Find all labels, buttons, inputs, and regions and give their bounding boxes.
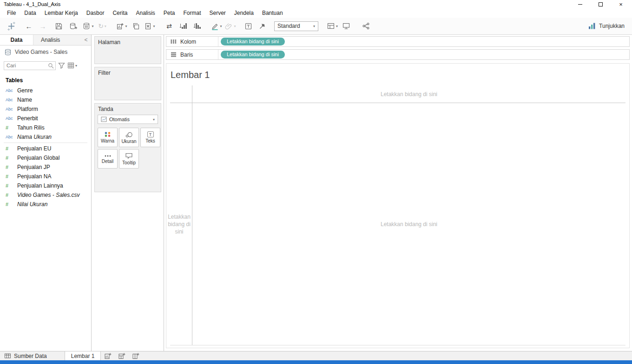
toolbar: ← → ▾ ↻ ▾ [0, 18, 632, 35]
grid-view-icon [67, 62, 74, 69]
menu-peta[interactable]: Peta [159, 8, 179, 18]
redo-button[interactable]: → [37, 20, 48, 32]
menu-file[interactable]: File [3, 8, 20, 18]
new-worksheet-tab-button[interactable] [101, 351, 115, 360]
view-options-button[interactable]: ▾ [67, 62, 77, 69]
columns-shelf[interactable]: Kolom Letakkan bidang di sini [166, 36, 630, 47]
save-icon [55, 22, 63, 30]
pause-updates-button[interactable]: ▾ [83, 20, 94, 32]
marks-size-label: Ukuran [121, 139, 136, 144]
sheet-tab-lembar-1[interactable]: Lembar 1 [65, 351, 101, 360]
field-row-name[interactable]: Abc Name [0, 95, 91, 104]
show-me-label: Tunjukkan [599, 23, 625, 29]
minimize-button[interactable] [576, 1, 584, 8]
sort-descending-button[interactable] [191, 20, 203, 32]
sort-ascending-button[interactable] [178, 20, 189, 32]
pages-card[interactable]: Halaman [94, 36, 161, 64]
undo-button[interactable]: ← [23, 20, 34, 32]
field-row-penjualan-lainnya[interactable]: # Penjualan Lainnya [0, 181, 91, 190]
menu-format[interactable]: Format [179, 8, 205, 18]
marks-size-button[interactable]: Ukuran [119, 128, 139, 147]
view-options-caret-icon: ▾ [75, 64, 77, 68]
tableau-logo-icon [7, 21, 16, 31]
datasource-tab[interactable]: Sumber Data [0, 351, 52, 360]
field-row-penjualan-eu[interactable]: # Penjualan EU [0, 144, 91, 153]
menu-dasbor[interactable]: Dasbor [82, 8, 109, 18]
show-mark-labels-button[interactable] [243, 20, 254, 32]
field-row-penjualan-jp[interactable]: # Penjualan JP [0, 162, 91, 172]
close-button[interactable]: × [617, 1, 625, 8]
filters-card[interactable]: Filter [94, 67, 161, 100]
save-button[interactable] [53, 20, 64, 32]
tab-data[interactable]: Data [0, 35, 33, 45]
field-label: Penjualan NA [17, 173, 51, 180]
field-row-penerbit[interactable]: Abc Penerbit [0, 114, 91, 123]
fit-selector-value: Standard [277, 23, 300, 29]
funnel-icon [58, 62, 65, 69]
menu-cerita[interactable]: Cerita [108, 8, 132, 18]
fit-selector-caret-icon: ▾ [313, 24, 315, 28]
field-row-nilai-ukuran[interactable]: # Nilai Ukuran [0, 200, 91, 209]
fix-axes-button[interactable] [257, 20, 268, 32]
columns-drop-zone[interactable]: Letakkan bidang di sini [192, 85, 625, 103]
filter-fields-button[interactable] [58, 62, 65, 69]
number-field-icon: # [6, 174, 16, 179]
menu-server[interactable]: Server [205, 8, 230, 18]
new-datasource-button[interactable] [68, 20, 79, 32]
rows-shelf[interactable]: Baris Letakkan bidang di sini [166, 49, 630, 60]
share-workbook-button[interactable] [360, 20, 371, 32]
new-dashboard-tab-button[interactable] [115, 351, 129, 360]
worksheet-canvas[interactable]: Lembar 1 Letakkan bidang di sini Letakka… [166, 63, 630, 348]
fix-axes-pin-icon [258, 22, 266, 30]
field-row-penjualan-na[interactable]: # Penjualan NA [0, 172, 91, 181]
highlight-icon [211, 22, 219, 30]
menu-jendela[interactable]: Jendela [230, 8, 258, 18]
field-row-tahun-rilis[interactable]: # Tahun Rilis [0, 123, 91, 132]
menu-analisis[interactable]: Analisis [132, 8, 159, 18]
run-update-button[interactable]: ↻ ▾ [97, 20, 108, 32]
chart-type-icon [101, 117, 107, 122]
color-icon [104, 131, 111, 137]
field-row-count[interactable]: # Video Games - Sales.csv [0, 190, 91, 200]
marks-tooltip-button[interactable]: Tooltip [119, 149, 139, 169]
clear-sheet-button[interactable]: ▾ [144, 20, 155, 32]
marks-card[interactable]: Tanda Otomatis ▾ [94, 103, 161, 192]
tab-analytics[interactable]: Analisis [33, 35, 81, 45]
duplicate-button[interactable] [130, 20, 141, 32]
new-story-tab-button[interactable] [129, 351, 143, 360]
fit-selector[interactable]: Standard ▾ [274, 21, 318, 31]
datasource-item[interactable]: Video Games - Sales [0, 46, 91, 58]
search-input[interactable] [4, 63, 48, 68]
marks-color-button[interactable]: Warna [98, 128, 118, 147]
marks-text-button[interactable]: T Teks [140, 128, 160, 147]
show-hide-cards-button[interactable]: ▾ [327, 20, 338, 32]
search-box[interactable] [4, 61, 56, 70]
field-row-platform[interactable]: Abc Platform [0, 104, 91, 114]
rows-drop-zone[interactable]: Letakkan bidang di sini [166, 103, 192, 345]
field-row-nama-ukuran[interactable]: Abc Nama Ukuran [0, 132, 91, 142]
menu-data[interactable]: Data [20, 8, 40, 18]
swap-axes-button[interactable]: ⇄ [164, 20, 175, 32]
new-worksheet-button[interactable]: ▾ [116, 20, 127, 32]
group-members-button[interactable]: ▾ [225, 20, 236, 32]
sheet-tab-label: Lembar 1 [71, 353, 95, 359]
menu-lembar-kerja[interactable]: Lembar Kerja [40, 8, 82, 18]
pane-drop-zone[interactable]: Letakkan bidang di sini [192, 103, 625, 345]
tooltip-icon [125, 153, 133, 159]
maximize-button[interactable] [597, 1, 604, 8]
bottom-tab-bar: Sumber Data Lembar 1 [0, 351, 632, 360]
presentation-mode-button[interactable] [341, 20, 352, 32]
text-field-icon: Abc [6, 98, 16, 102]
tableau-logo-button[interactable] [6, 20, 17, 32]
presentation-mode-icon [342, 22, 350, 30]
field-row-genre[interactable]: Abc Genre [0, 86, 91, 95]
mark-type-selector[interactable]: Otomatis ▾ [98, 115, 158, 124]
marks-detail-button[interactable]: Detail [98, 149, 118, 169]
show-me-button[interactable]: Tunjukkan [588, 22, 625, 30]
menu-bantuan[interactable]: Bantuan [258, 8, 287, 18]
collapse-panel-button[interactable]: < [81, 35, 91, 45]
field-row-penjualan-global[interactable]: # Penjualan Global [0, 153, 91, 162]
number-field-icon: # [6, 192, 16, 198]
highlight-button[interactable]: ▾ [211, 20, 222, 32]
pause-updates-caret-icon: ▾ [92, 24, 93, 28]
